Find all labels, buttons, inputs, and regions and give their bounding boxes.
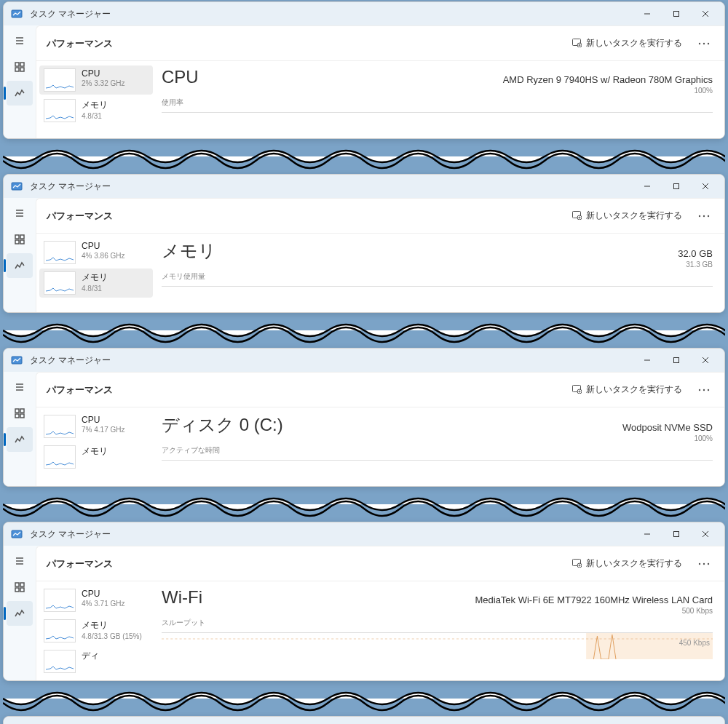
svg-rect-59 — [674, 532, 679, 537]
titlebar[interactable]: タスク マネージャー — [4, 2, 724, 25]
task-manager-window: タスク マネージャー パフォーマンス 新しいタスクを実行する — [3, 174, 725, 313]
perf-item-sub: 4% 3.71 GHz — [82, 599, 124, 608]
perf-list-mem[interactable]: メモリ 4.8/31 — [39, 268, 153, 298]
run-new-task-button[interactable]: 新しいタスクを実行する — [566, 34, 688, 52]
svg-rect-65 — [15, 583, 19, 586]
detail-subtitle: アクティブな時間 — [162, 445, 713, 456]
run-new-task-button[interactable]: 新しいタスクを実行する — [566, 554, 688, 573]
new-task-icon — [571, 557, 582, 570]
detail-chart — [162, 460, 713, 486]
nav-processes[interactable] — [7, 55, 33, 79]
perf-item-name: メモリ — [82, 445, 108, 458]
detail-title: Wi-Fi — [162, 587, 202, 608]
perf-list-disk[interactable]: ディ — [39, 647, 153, 676]
task-manager-window: タスク マネージャー パフォーマンス 新しいタスクを実行する — [3, 716, 725, 724]
svg-point-74 — [703, 562, 705, 564]
nav-processes[interactable] — [7, 575, 33, 600]
svg-point-75 — [708, 562, 709, 564]
svg-rect-49 — [20, 414, 24, 418]
more-options-button[interactable] — [694, 206, 714, 226]
perf-spark-mem — [44, 271, 76, 295]
nav-performance[interactable] — [7, 253, 33, 278]
svg-rect-21 — [674, 184, 679, 189]
new-task-icon — [571, 37, 582, 49]
perf-item-sub: 4.8/31 — [82, 111, 108, 121]
detail-chart — [162, 112, 713, 138]
svg-point-37 — [708, 215, 709, 216]
nav-hamburger[interactable] — [7, 375, 33, 399]
new-task-label: 新しいタスクを実行する — [586, 383, 682, 396]
svg-rect-8 — [15, 63, 19, 66]
close-button[interactable] — [691, 176, 720, 196]
perf-list-mem[interactable]: メモリ 4.8/31.3 GB (15%) — [39, 616, 153, 645]
svg-rect-2 — [674, 12, 679, 17]
titlebar[interactable]: タスク マネージャー — [4, 349, 724, 372]
svg-rect-40 — [674, 358, 679, 363]
perf-spark-mem — [44, 445, 76, 469]
maximize-button[interactable] — [662, 718, 691, 724]
performance-sidebar: CPU 7% 4.17 GHz メモリ — [36, 407, 156, 486]
titlebar[interactable]: タスク マネージャー — [4, 175, 724, 198]
nav-performance[interactable] — [7, 81, 33, 106]
nav-hamburger[interactable] — [7, 28, 33, 53]
detail-device-name: 32.0 GB — [678, 248, 713, 259]
close-button[interactable] — [691, 718, 720, 724]
svg-rect-28 — [20, 235, 24, 239]
svg-point-35 — [699, 215, 700, 216]
more-options-button[interactable] — [694, 380, 714, 400]
perf-spark-disk — [44, 650, 76, 673]
perf-list-cpu[interactable]: CPU 4% 3.86 GHz — [39, 238, 153, 267]
performance-sidebar: CPU 4% 3.71 GHz メモリ 4.8/31.3 GB (15%) ディ — [36, 581, 156, 680]
svg-point-36 — [703, 215, 705, 216]
close-button[interactable] — [691, 4, 720, 24]
detail-device-name: Wodposit NVMe SSD — [622, 422, 713, 433]
detail-title: メモリ — [162, 239, 216, 263]
task-manager-window: タスク マネージャー パフォーマンス 新しいタスクを実行する — [3, 1, 725, 139]
minimize-button[interactable] — [633, 4, 662, 24]
minimize-button[interactable] — [633, 524, 662, 544]
app-title: タスク マネージャー — [30, 528, 633, 541]
app-icon — [11, 354, 23, 366]
close-button[interactable] — [691, 350, 720, 370]
more-options-button[interactable] — [694, 554, 714, 574]
perf-list-cpu[interactable]: CPU 7% 4.17 GHz — [39, 412, 153, 441]
maximize-button[interactable] — [662, 350, 691, 370]
app-title: タスク マネージャー — [30, 8, 633, 20]
maximize-button[interactable] — [662, 524, 691, 544]
minimize-button[interactable] — [633, 718, 662, 724]
perf-list-mem[interactable]: メモリ — [39, 442, 153, 472]
svg-rect-29 — [15, 240, 19, 244]
page-title: パフォーマンス — [47, 210, 566, 223]
run-new-task-button[interactable]: 新しいタスクを実行する — [566, 381, 688, 399]
perf-item-sub: 2% 3.32 GHz — [82, 79, 124, 88]
detail-device-name: AMD Ryzen 9 7940HS w/ Radeon 780M Graphi… — [503, 74, 713, 85]
svg-point-56 — [708, 389, 709, 390]
nav-performance[interactable] — [7, 601, 33, 626]
detail-scale: 500 Kbps — [475, 607, 713, 615]
svg-rect-27 — [15, 235, 19, 239]
perf-list-cpu[interactable]: CPU 4% 3.71 GHz — [39, 586, 153, 615]
nav-hamburger[interactable] — [7, 549, 33, 573]
minimize-button[interactable] — [633, 176, 662, 196]
svg-rect-46 — [15, 409, 19, 413]
perf-list-cpu[interactable]: CPU 2% 3.32 GHz — [39, 65, 153, 95]
detail-chart: 450 Kbps — [162, 632, 713, 659]
svg-rect-67 — [15, 588, 19, 592]
perf-list-mem[interactable]: メモリ 4.8/31 — [39, 96, 153, 125]
nav-performance[interactable] — [7, 427, 33, 452]
nav-processes[interactable] — [7, 227, 33, 252]
nav-hamburger[interactable] — [7, 201, 33, 226]
nav-processes[interactable] — [7, 401, 33, 426]
minimize-button[interactable] — [633, 350, 662, 370]
more-options-button[interactable] — [694, 33, 714, 54]
maximize-button[interactable] — [662, 4, 691, 24]
titlebar[interactable]: タスク マネージャー — [4, 717, 724, 724]
performance-detail: CPU AMD Ryzen 9 7940HS w/ Radeon 780M Gr… — [156, 61, 724, 138]
perf-item-name: メモリ — [82, 99, 108, 111]
close-button[interactable] — [691, 524, 720, 544]
run-new-task-button[interactable]: 新しいタスクを実行する — [566, 207, 688, 225]
detail-subtitle: メモリ使用量 — [162, 271, 713, 282]
titlebar[interactable]: タスク マネージャー — [4, 522, 724, 546]
maximize-button[interactable] — [662, 176, 691, 196]
perf-item-name: CPU — [82, 241, 124, 251]
